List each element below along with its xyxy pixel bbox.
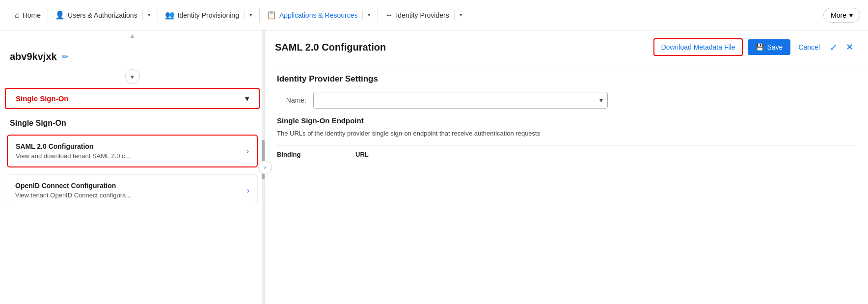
openid-config-item-content: OpenID Connect Configuration View tenant… [15, 182, 131, 199]
save-label: Save [767, 43, 783, 51]
applications-chevron-icon: ▾ [368, 12, 371, 18]
nav-home-label: Home [23, 11, 41, 19]
users-icon: 👤 [55, 10, 65, 20]
saml-config-item-content: SAML 2.0 Configuration View and download… [16, 142, 130, 160]
right-panel-title: SAML 2.0 Configuration [275, 42, 649, 53]
collapse-button[interactable]: ▾ [125, 69, 140, 84]
close-icon[interactable]: ✕ [844, 40, 855, 55]
cancel-button[interactable]: Cancel [795, 39, 823, 55]
openid-config-subtitle: View tenant OpenID Connect configura... [15, 192, 131, 199]
nav-idp-sep [454, 10, 455, 20]
nav-identity-provisioning[interactable]: 👥 Identity Provisioning ▾ [158, 0, 259, 30]
saml-config-chevron-icon: › [246, 147, 249, 156]
section-chevron-icon: ▾ [245, 94, 249, 103]
name-select[interactable] [313, 92, 608, 109]
scroll-up-indicator: ▲ [0, 30, 265, 41]
nav-identity-providers-label: Identity Providers [396, 11, 449, 19]
left-panel-title: abv9kvjxk [10, 51, 57, 62]
left-panel-header: abv9kvjxk ✏ [0, 41, 265, 67]
name-form-row: Name: [277, 92, 856, 109]
nav-users-label: Users & Authorizations [68, 11, 137, 19]
nav-applications-label: Applications & Resources [279, 11, 358, 19]
applications-icon: 📋 [267, 10, 276, 20]
more-button[interactable]: More ▾ [823, 8, 860, 23]
save-icon: 💾 [756, 43, 764, 51]
openid-config-chevron-icon: › [247, 186, 249, 195]
saml-config-title: SAML 2.0 Configuration [16, 142, 130, 150]
header-action-icons: ⤢ ✕ [828, 40, 855, 55]
collapse-btn-row: ▾ [0, 67, 265, 88]
saml-config-subtitle: View and download tenant SAML 2.0 c... [16, 152, 130, 160]
sso-endpoint-description: The URLs of the identity provider single… [277, 129, 856, 138]
name-select-wrapper [313, 92, 608, 109]
users-chevron-icon: ▾ [148, 12, 151, 18]
expand-panel-button[interactable]: › [258, 161, 272, 174]
save-button[interactable]: 💾 Save [748, 39, 790, 55]
nav-identity-providers[interactable]: ↔ Identity Providers ▾ [378, 0, 469, 30]
main-layout: ▲ abv9kvjxk ✏ ▾ Single Sign-On ▾ Single … [0, 30, 868, 304]
collapse-chevron-icon: ▾ [131, 73, 134, 81]
identity-providers-chevron-icon: ▾ [460, 12, 462, 18]
nav-users[interactable]: 👤 Users & Authorizations ▾ [48, 0, 158, 30]
openid-config-title: OpenID Connect Configuration [15, 182, 131, 190]
more-chevron-icon: ▾ [849, 11, 853, 19]
name-label: Name: [277, 96, 306, 104]
single-sign-on-section[interactable]: Single Sign-On ▾ [5, 88, 260, 109]
identity-provider-settings-heading: Identity Provider Settings [277, 74, 856, 84]
sso-endpoint-heading: Single Sign-On Endpoint [277, 116, 856, 125]
more-label: More [831, 11, 846, 19]
table-header: Binding URL [277, 145, 856, 161]
nav-applications[interactable]: 📋 Applications & Resources ▾ [260, 0, 378, 30]
table-url-header: URL [355, 151, 424, 158]
nav-ip-sep [244, 10, 244, 20]
subsection-title: Single Sign-On [0, 114, 265, 135]
saml-config-item[interactable]: SAML 2.0 Configuration View and download… [7, 135, 258, 167]
openid-config-item[interactable]: OpenID Connect Configuration View tenant… [7, 174, 258, 206]
expand-icon[interactable]: ⤢ [828, 40, 839, 55]
navbar: ⌂ Home 👤 Users & Authorizations ▾ 👥 Iden… [0, 0, 868, 30]
download-metadata-button[interactable]: Download Metadata File [653, 38, 743, 56]
nav-identity-provisioning-label: Identity Provisioning [178, 11, 239, 19]
table-binding-header: Binding [277, 151, 346, 158]
nav-users-sep [142, 10, 143, 20]
home-icon: ⌂ [15, 11, 20, 20]
nav-app-sep [362, 10, 363, 20]
nav-home[interactable]: ⌂ Home [8, 0, 48, 30]
right-panel-header: SAML 2.0 Configuration Download Metadata… [265, 30, 868, 64]
left-panel: ▲ abv9kvjxk ✏ ▾ Single Sign-On ▾ Single … [0, 30, 265, 304]
right-panel-content: Identity Provider Settings Name: Single … [265, 64, 868, 304]
identity-providers-icon: ↔ [385, 11, 393, 20]
edit-icon[interactable]: ✏ [62, 52, 68, 61]
identity-provisioning-chevron-icon: ▾ [249, 12, 252, 18]
identity-provisioning-icon: 👥 [165, 10, 175, 20]
right-panel: SAML 2.0 Configuration Download Metadata… [265, 30, 868, 304]
single-sign-on-label: Single Sign-On [16, 94, 69, 103]
